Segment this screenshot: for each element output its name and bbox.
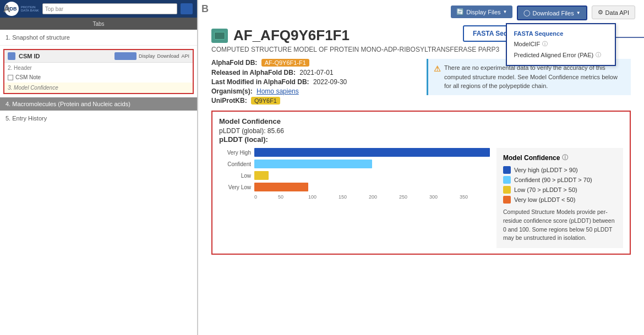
csm-header: CSM ID Display Download API xyxy=(4,50,193,63)
entry-icon xyxy=(211,29,228,43)
csm-row-2: 2. Header xyxy=(4,63,193,73)
chart-axis: 0 50 100 150 200 250 300 350 xyxy=(254,194,490,200)
tabs-label: Tabs xyxy=(92,21,104,27)
csm-display-label: Display xyxy=(139,53,155,59)
csm-checkbox-row[interactable]: CSM Note xyxy=(4,73,193,83)
panel-b: B 🔄 Display Files ▼ ◯ Download Files ▼ F… xyxy=(198,0,644,335)
released-row: Released in AlphaFold DB: 2021-07-01 xyxy=(211,69,416,76)
legend-item-confident: Confident (90 > pLDDT > 70) xyxy=(503,176,616,184)
entry-icon-inner xyxy=(214,32,225,40)
axis-300: 300 xyxy=(429,194,460,200)
download-files-container: ◯ Download Files ▼ FASTA Sequence ModelC… xyxy=(517,6,587,20)
legend-info-icon[interactable]: ⓘ xyxy=(562,153,568,162)
sidebar-item-1: 1. Snapshot of structure xyxy=(0,30,197,46)
axis-250: 250 xyxy=(399,194,429,200)
chart-row-low: Low xyxy=(219,171,490,180)
bar-low xyxy=(254,171,269,180)
display-files-button[interactable]: 🔄 Display Files ▼ xyxy=(451,6,512,18)
csm-header-actions: Display Download API xyxy=(114,52,189,60)
topbar-blue-button[interactable] xyxy=(181,3,193,14)
notice-icon: ⚠ xyxy=(434,63,441,91)
data-api-button[interactable]: ⚙ Data API xyxy=(592,6,635,19)
legend-desc: Computed Structure Models provide per-re… xyxy=(503,208,616,243)
model-confidence-section: Model Confidence pLDDT (global): 85.66 p… xyxy=(211,111,631,255)
bar-confident xyxy=(254,160,372,168)
organism-row: Organism(s): Homo sapiens xyxy=(211,87,416,95)
legend-color-confident xyxy=(503,176,511,184)
pdb-header: PDB PROTEIN DATA BANK Top bar xyxy=(0,0,197,18)
content-area: AF_AFQ9Y6F1F1 COMPUTED STRUCTURE MODEL O… xyxy=(198,23,644,335)
csm-row-3: 3. Model Confidence xyxy=(4,83,193,93)
tabs-bar: Tabs xyxy=(0,18,197,30)
axis-350: 350 xyxy=(460,194,490,200)
model-confidence-title: Model Confidence xyxy=(219,117,623,125)
chart-bar-low-container xyxy=(254,171,490,180)
axis-0: 0 xyxy=(254,194,257,200)
csm-api-label: API xyxy=(181,53,189,59)
chart-bar-very-high-container xyxy=(254,148,490,157)
chart-bar-very-low-container xyxy=(254,183,490,191)
dropdown-item-fasta[interactable]: FASTA Sequence xyxy=(514,29,608,39)
legend-item-very-high: Very high (pLDDT > 90) xyxy=(503,166,616,174)
details-left: AlphaFold DB: AF-Q9Y6F1-F1 Released in A… xyxy=(211,59,416,106)
pae-info-icon: ⓘ xyxy=(596,51,601,59)
sidebar-item-4: 4. Macromolecules (Protein and Nucleic a… xyxy=(0,97,197,111)
topbar-input[interactable]: Top bar xyxy=(42,3,177,14)
csm-note-label: CSM Note xyxy=(15,74,41,80)
chart-area: Very High Confident xyxy=(219,148,490,248)
axis-50: 50 xyxy=(278,194,308,200)
panel-a-label: A xyxy=(3,3,10,15)
chart-row-confident: Confident xyxy=(219,160,490,168)
csm-title: CSM ID xyxy=(19,53,40,59)
csm-section: CSM ID Display Download API 2. Header CS… xyxy=(3,49,194,94)
sidebar-content: 1. Snapshot of structure CSM ID Display … xyxy=(0,30,197,335)
plddt-local: pLDDT (local): xyxy=(219,135,623,144)
chart-label-very-low: Very Low xyxy=(219,184,251,190)
uniprot-badge[interactable]: Q9Y6F1 xyxy=(251,97,280,105)
dropdown-item-pae[interactable]: Predicted Aligned Error (PAE) ⓘ xyxy=(514,50,608,61)
chart-label-low: Low xyxy=(219,173,251,179)
sidebar-item-5: 5. Entry History xyxy=(0,111,197,126)
axis-200: 200 xyxy=(369,194,399,200)
bar-very-high xyxy=(254,148,490,157)
entry-id: AF_AFQ9Y6F1F1 xyxy=(233,27,350,44)
legend-item-low: Low (70 > pLDDT > 50) xyxy=(503,186,616,194)
csm-icon xyxy=(8,52,15,60)
bar-very-low xyxy=(254,183,308,191)
axis-150: 150 xyxy=(339,194,369,200)
chart-label-very-high: Very High xyxy=(219,150,251,156)
toolbar: 🔄 Display Files ▼ ◯ Download Files ▼ FAS… xyxy=(198,0,644,23)
chart-row-very-high: Very High xyxy=(219,148,490,157)
legend-color-very-low xyxy=(503,196,511,204)
legend-box: Model Confidence ⓘ Very high (pLDDT > 90… xyxy=(496,148,623,248)
csm-download-label: Download xyxy=(157,53,179,59)
legend-item-very-low: Very low (pLDDT < 50) xyxy=(503,196,616,204)
modified-row: Last Modified in AlphaFold DB: 2022-09-3… xyxy=(211,78,416,86)
axis-100: 100 xyxy=(308,194,339,200)
legend-color-low xyxy=(503,186,511,194)
chart-bar-confident-container xyxy=(254,160,490,168)
csm-checkbox[interactable] xyxy=(8,75,13,80)
chart-label-confident: Confident xyxy=(219,161,251,167)
chart-row-very-low: Very Low xyxy=(219,183,490,191)
alphafold-badge[interactable]: AF-Q9Y6F1-F1 xyxy=(261,59,309,67)
modelcif-info-icon: ⓘ xyxy=(542,40,548,48)
legend-color-very-high xyxy=(503,166,511,174)
chart-legend-container: Very High Confident xyxy=(219,148,623,248)
pdb-subtitle: PROTEIN DATA BANK xyxy=(21,6,39,12)
legend-title: Model Confidence ⓘ xyxy=(503,153,616,162)
csm-blue-bar xyxy=(114,52,137,60)
plddt-global: pLDDT (global): 85.66 xyxy=(219,127,623,135)
panel-b-label: B xyxy=(201,3,209,15)
organism-link[interactable]: Homo sapiens xyxy=(256,87,299,95)
dropdown-item-modelcif[interactable]: ModelCIF ⓘ xyxy=(514,39,608,50)
download-dropdown: FASTA Sequence ModelCIF ⓘ Predicted Alig… xyxy=(506,23,616,66)
uniprot-row: UniProtKB: Q9Y6F1 xyxy=(211,97,416,105)
alphafold-db-row: AlphaFold DB: AF-Q9Y6F1-F1 xyxy=(211,59,416,67)
download-files-button[interactable]: ◯ Download Files ▼ xyxy=(517,6,587,20)
